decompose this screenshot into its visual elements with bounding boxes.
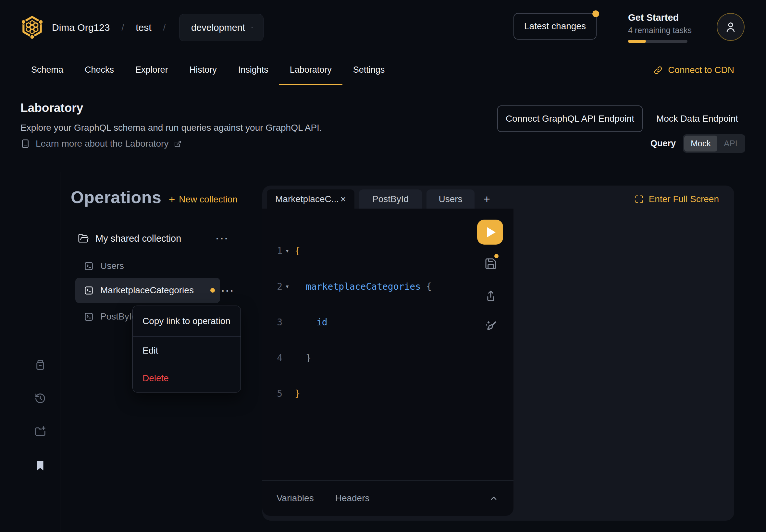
fold-icon[interactable]: ▾ [282, 248, 292, 254]
operation-icon [84, 285, 94, 296]
hive-laboratory-page: Dima Org123 / test / development Latest … [0, 0, 766, 532]
query-mode-toggle: Mock API [683, 134, 745, 153]
save-icon [484, 257, 497, 270]
connect-to-cdn-label: Connect to CDN [668, 65, 734, 75]
hive-logo[interactable] [20, 14, 44, 40]
unsaved-changes-dot [494, 254, 499, 258]
mock-data-endpoint-button[interactable]: Mock Data Endpoint [655, 105, 739, 132]
external-link-icon [174, 140, 181, 148]
history-icon[interactable] [34, 392, 47, 405]
breadcrumb-org[interactable]: Dima Org123 [52, 22, 110, 33]
play-icon [487, 227, 496, 237]
tab-laboratory[interactable]: Laboratory [279, 55, 342, 85]
code-line: 2 ▾ marketplaceCategories { [262, 279, 478, 294]
laboratory-sidebar-rail: ⌘ ⚙ [0, 172, 60, 532]
code-line: 4 } [262, 351, 478, 365]
query-editor[interactable]: 1 ▾ { 2 ▾ marketplaceCategories { 3 id 4 [262, 209, 514, 516]
bookmark-icon[interactable] [34, 459, 47, 472]
learn-more-label: Learn more about the Laboratory [36, 139, 168, 149]
user-icon [724, 20, 737, 33]
code-line: 3 id [262, 315, 478, 329]
breadcrumb-separator: / [163, 22, 166, 33]
query-mode-api[interactable]: API [717, 136, 744, 151]
editor-tab-users[interactable]: Users [427, 189, 475, 209]
query-mode-row: Query Mock API [651, 134, 745, 153]
query-mode-mock[interactable]: Mock [684, 136, 717, 151]
breadcrumb-separator: / [121, 22, 124, 33]
page-title: Laboratory [20, 101, 83, 115]
operations-title: Operations [71, 187, 162, 207]
operation-menu-button[interactable]: ··· [221, 282, 235, 300]
collection-my-shared-collection[interactable]: My shared collection ··· [75, 228, 231, 249]
code-line: 5 } [262, 386, 478, 401]
target-select-value: development [191, 22, 245, 33]
close-icon[interactable]: × [340, 194, 346, 205]
menu-item-edit[interactable]: Edit [133, 337, 240, 364]
get-started-widget[interactable]: Get Started 4 remaining tasks [628, 12, 693, 43]
editor-footer: Variables Headers [262, 480, 514, 516]
folder-open-icon [78, 233, 89, 244]
connect-graphql-endpoint-button[interactable]: Connect GraphQL API Endpoint [497, 105, 643, 132]
breadcrumb-project[interactable]: test [136, 22, 151, 33]
editor-tab-marketplacecategories[interactable]: MarketplaceC... × [267, 189, 354, 209]
broom-sparkles-icon [484, 320, 497, 333]
code-area[interactable]: 1 ▾ { 2 ▾ marketplaceCategories { 3 id 4 [262, 222, 478, 422]
archive-icon[interactable] [34, 358, 47, 371]
save-operation-button[interactable] [484, 257, 497, 270]
tab-checks[interactable]: Checks [74, 55, 125, 85]
tab-insights[interactable]: Insights [227, 55, 279, 85]
operation-icon [84, 261, 94, 271]
tab-history[interactable]: History [179, 55, 227, 85]
editor-tab-postbyid[interactable]: PostById [359, 189, 422, 209]
unsaved-changes-dot [210, 288, 215, 293]
get-started-progressbar [628, 40, 687, 43]
tab-schema[interactable]: Schema [20, 55, 74, 85]
operation-item-marketplacecategories[interactable]: MarketplaceCategories [75, 278, 220, 303]
operation-item-users[interactable]: Users [75, 256, 220, 276]
tab-settings[interactable]: Settings [342, 55, 396, 85]
collapse-footer-button[interactable] [488, 493, 499, 504]
target-select[interactable]: development [179, 14, 263, 41]
get-started-progress-fill [628, 40, 646, 43]
variables-tab[interactable]: Variables [276, 493, 314, 503]
link-icon [653, 65, 663, 75]
new-tab-button[interactable]: + [479, 189, 495, 209]
upload-icon [484, 289, 497, 302]
fullscreen-icon [635, 195, 644, 204]
new-collection-button[interactable]: + New collection [169, 193, 237, 206]
chevron-up-icon [488, 493, 499, 504]
breadcrumb: Dima Org123 / test / [52, 0, 165, 55]
chevron-down-icon [251, 23, 253, 32]
plus-icon: + [169, 193, 175, 206]
latest-changes-label: Latest changes [524, 21, 586, 31]
editor-tabs: MarketplaceC... × PostById Users + [267, 189, 495, 209]
get-started-subtitle: 4 remaining tasks [628, 26, 693, 35]
prettify-button[interactable] [484, 320, 497, 333]
code-line: 1 ▾ { [262, 244, 478, 258]
latest-changes-button[interactable]: Latest changes [514, 13, 597, 40]
enter-fullscreen-button[interactable]: Enter Full Screen [635, 192, 719, 206]
operation-context-menu: Copy link to operation Edit Delete [132, 306, 241, 393]
user-avatar[interactable] [717, 13, 745, 41]
menu-item-delete[interactable]: Delete [133, 364, 240, 392]
notification-dot [592, 10, 599, 17]
menu-item-copy-link[interactable]: Copy link to operation [133, 306, 240, 337]
learn-more-link[interactable]: Learn more about the Laboratory [20, 139, 181, 149]
get-started-title: Get Started [628, 12, 693, 23]
collection-name: My shared collection [95, 233, 181, 244]
run-query-button[interactable] [477, 220, 503, 245]
tab-explorer[interactable]: Explorer [125, 55, 179, 85]
laboratory-editor-panel: MarketplaceC... × PostById Users + Enter… [262, 186, 734, 521]
connect-to-cdn-link[interactable]: Connect to CDN [653, 55, 734, 85]
book-icon [20, 139, 30, 149]
headers-tab[interactable]: Headers [335, 493, 370, 503]
share-operation-button[interactable] [484, 289, 497, 302]
operation-icon [84, 312, 94, 322]
collection-menu-button[interactable]: ··· [216, 233, 229, 245]
page-description: Explore your GraphQL schema and run quer… [20, 123, 322, 133]
query-label: Query [651, 139, 676, 149]
folder-plus-icon[interactable] [34, 425, 47, 438]
fold-icon[interactable]: ▾ [282, 283, 292, 290]
main-nav: Schema Checks Explorer History Insights … [0, 55, 766, 85]
